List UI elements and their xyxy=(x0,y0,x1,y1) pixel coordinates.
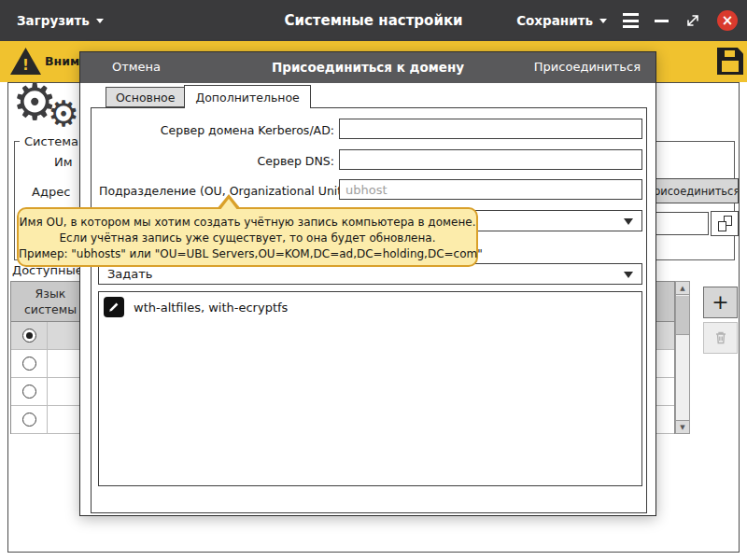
minimize-button[interactable] xyxy=(655,20,669,22)
tooltip-line: Имя OU, в котором мы хотим создать учётн… xyxy=(19,215,476,231)
options-list[interactable]: wth-altfiles, with-ecryptfs xyxy=(98,291,642,486)
vertical-scrollbar[interactable]: ▲ ▼ xyxy=(675,281,690,434)
load-menu-label: Загрузить xyxy=(17,13,90,28)
tooltip-line: Если учётная запись уже существует, то о… xyxy=(19,231,476,246)
save-menu-button[interactable]: Сохранить xyxy=(516,13,607,28)
expand-icon[interactable] xyxy=(684,12,701,29)
tab-bar: Основное Дополнительное xyxy=(106,84,311,107)
add-button[interactable]: + xyxy=(703,287,738,318)
set-dropdown-value: Задать xyxy=(107,267,153,281)
field-label-fragment: Им xyxy=(54,155,73,169)
language-radio[interactable] xyxy=(22,329,36,343)
language-radio[interactable] xyxy=(22,385,36,399)
ou-input[interactable] xyxy=(339,179,642,200)
ou-tooltip: Имя OU, в котором мы хотим создать учётн… xyxy=(17,207,478,267)
topbar-actions: Сохранить × xyxy=(516,0,738,41)
trash-icon xyxy=(712,329,729,346)
tooltip-line: Пример: "ubhosts" или "OU=UBL Servers,OU… xyxy=(19,246,476,262)
cancel-button[interactable]: Отмена xyxy=(112,60,161,74)
load-menu-button[interactable]: Загрузить xyxy=(17,0,104,41)
close-button[interactable]: × xyxy=(717,10,738,31)
dropdown-caret-icon xyxy=(624,218,633,225)
kerberos-server-input[interactable] xyxy=(339,119,642,139)
scroll-down-button[interactable]: ▼ xyxy=(676,420,689,433)
chevron-down-icon xyxy=(96,19,104,23)
join-domain-dialog: Отмена Присоединиться к домену Присоедин… xyxy=(79,51,656,516)
copy-icon xyxy=(718,216,732,231)
language-table-header-label: Язык системы xyxy=(13,287,88,318)
dns-server-label: Сервер DNS: xyxy=(99,154,334,168)
field-label-fragment: Адрес xyxy=(32,185,70,199)
join-domain-window-button[interactable]: рисоединиться xyxy=(653,178,739,203)
copy-button[interactable] xyxy=(711,211,739,236)
language-radio[interactable] xyxy=(22,357,36,371)
tab-basic[interactable]: Основное xyxy=(106,87,184,107)
hamburger-menu-icon[interactable] xyxy=(623,13,639,28)
screen: Загрузить Системные настройки Сохранить … xyxy=(0,0,747,560)
edit-pencil-icon[interactable] xyxy=(104,297,124,317)
topbar: Загрузить Системные настройки Сохранить … xyxy=(0,0,747,41)
join-button[interactable]: Присоединиться xyxy=(534,60,641,74)
tooltip-arrow xyxy=(219,199,238,211)
kerberos-server-label: Сервер домена Kerberos/AD: xyxy=(99,123,334,137)
chevron-down-icon xyxy=(599,19,607,23)
system-group-label: Система xyxy=(20,134,83,148)
scroll-thumb[interactable] xyxy=(676,296,689,335)
dropdown-caret-icon xyxy=(624,272,633,278)
warning-icon: ! xyxy=(10,48,41,75)
dialog-header: Отмена Присоединиться к домену Присоедин… xyxy=(80,52,655,83)
delete-button[interactable] xyxy=(703,322,738,354)
dns-server-input[interactable] xyxy=(339,149,642,170)
save-disk-icon[interactable] xyxy=(717,48,743,75)
tab-additional[interactable]: Дополнительное xyxy=(184,85,310,108)
scroll-up-button[interactable]: ▲ xyxy=(676,282,689,295)
list-item[interactable]: wth-altfiles, with-ecryptfs xyxy=(134,301,288,315)
save-menu-label: Сохранить xyxy=(516,13,593,28)
language-radio[interactable] xyxy=(22,413,36,427)
